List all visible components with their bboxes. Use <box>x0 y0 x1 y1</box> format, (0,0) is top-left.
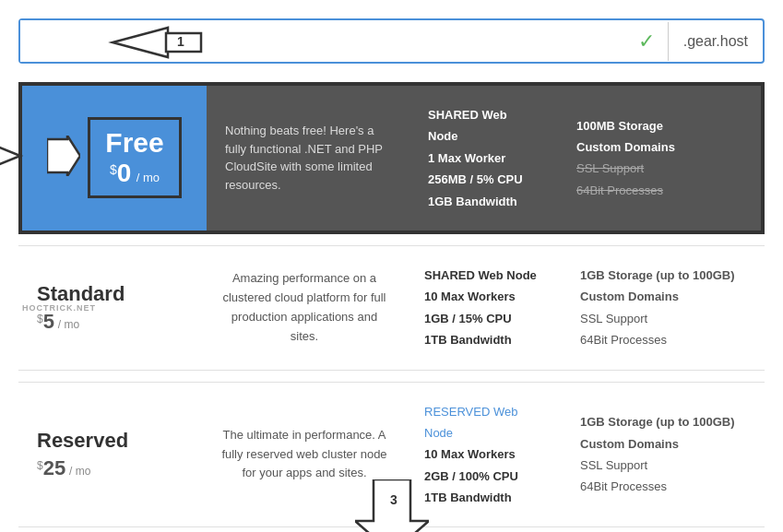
free-plan-specs: SHARED Web Node 1 Max Worker 256MB / 5% … <box>409 86 558 231</box>
free-plan-name: Free <box>105 127 163 159</box>
free-plan-description: Nothing beats free! Here's a fully funct… <box>207 86 409 231</box>
free-plan-left: Free $0 / mo <box>22 86 207 231</box>
domain-suffix: .gear.host <box>668 22 763 61</box>
svg-marker-3 <box>0 141 20 171</box>
free-plan-price: $0 / mo <box>105 159 163 188</box>
reserved-plan-price: $25 / mo <box>37 456 184 480</box>
plan-reserved[interactable]: Reserved $25 / mo The ultimate in perfor… <box>18 382 765 528</box>
reserved-plan-left: Reserved $25 / mo <box>18 383 203 527</box>
standard-plan-description: Amazing performance on a clustered cloud… <box>203 246 406 370</box>
svg-marker-6 <box>47 136 80 176</box>
free-plan-features: 100MB Storage Custom Domains SSL Support… <box>558 86 761 231</box>
reserved-plan-specs: RESERVED Web Node 10 Max Workers 2GB / 1… <box>406 383 562 527</box>
domain-row: 1 Hoctrick1 ✓ .gear.host <box>18 18 765 64</box>
standard-plan-price: $5 / mo <box>37 310 184 334</box>
watermark: HOCTRICK.NET <box>22 303 96 313</box>
standard-plan-features: 1GB Storage (up to 100GB) Custom Domains… <box>562 246 765 370</box>
reserved-plan-features: 1GB Storage (up to 100GB) Custom Domains… <box>562 383 765 527</box>
domain-check-icon: ✓ <box>625 30 668 53</box>
domain-input[interactable]: Hoctrick1 <box>20 20 625 62</box>
standard-plan-left: HOCTRICK.NET Standard $5 / mo <box>18 246 203 370</box>
plan-standard[interactable]: HOCTRICK.NET Standard $5 / mo Amazing pe… <box>18 245 765 371</box>
standard-plan-specs: SHARED Web Node 10 Max Workers 1GB / 15%… <box>406 246 562 370</box>
free-label-box: Free $0 / mo <box>88 117 181 198</box>
plan-free[interactable]: 2 Free $0 / mo Nothing beats <box>18 82 765 234</box>
reserved-plan-name: Reserved <box>37 429 184 453</box>
plans-container: 2 Free $0 / mo Nothing beats <box>18 82 765 532</box>
reserved-plan-description: The ultimate in performance. A fully res… <box>203 383 406 527</box>
